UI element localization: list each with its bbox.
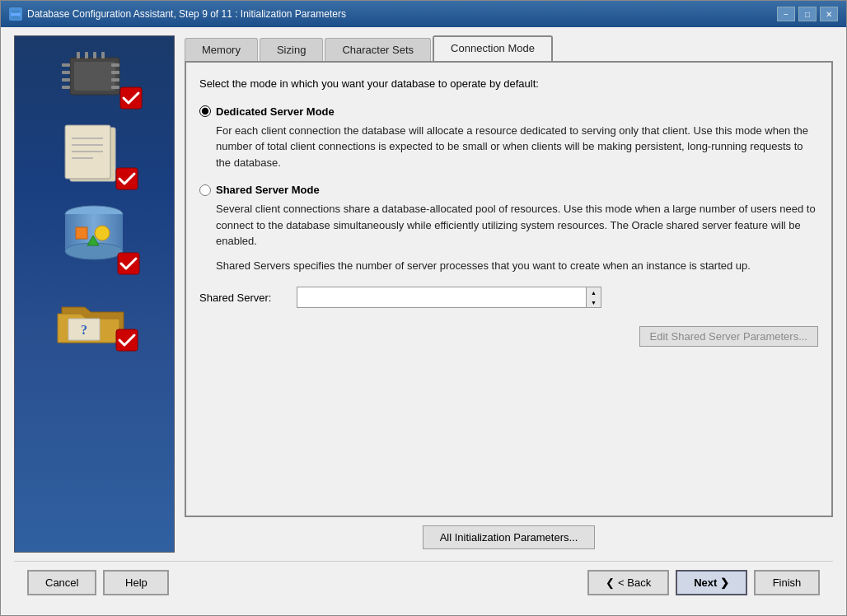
dedicated-desc: For each client connection the database …: [216, 123, 818, 171]
svg-rect-10: [111, 71, 119, 74]
svg-rect-5: [62, 63, 70, 67]
svg-point-33: [95, 226, 110, 240]
right-panel: Memory Sizing Character Sets Connection …: [185, 35, 833, 553]
spinner-up[interactable]: ▲: [587, 287, 601, 297]
title-bar-left: Database Configuration Assistant, Step 9…: [9, 7, 346, 21]
main-content: ? Memory Sizing Character Sets: [14, 35, 833, 553]
svg-rect-16: [101, 52, 105, 58]
checkmark-3: [116, 251, 141, 276]
svg-rect-13: [77, 52, 80, 58]
tab-character-sets[interactable]: Character Sets: [325, 38, 431, 61]
shared-radio-row: Shared Server Mode: [199, 184, 818, 196]
back-label: < Back: [618, 576, 651, 589]
window-controls: − □ ✕: [777, 7, 838, 21]
svg-rect-8: [62, 86, 70, 89]
minimize-button[interactable]: −: [777, 7, 795, 21]
maximize-button[interactable]: □: [798, 7, 817, 21]
next-arrow-icon: ❯: [720, 576, 729, 589]
back-arrow-icon: ❮: [606, 576, 615, 589]
left-panel: ?: [14, 35, 175, 553]
spinner-down[interactable]: ▼: [587, 297, 601, 307]
svg-rect-7: [62, 78, 70, 82]
dedicated-radio-row: Dedicated Server Mode: [199, 105, 818, 118]
dedicated-radio[interactable]: [199, 105, 211, 117]
svg-rect-4: [74, 62, 115, 91]
footer-right: ❮ < Back Next ❯ Finish: [587, 570, 820, 595]
shared-server-section: Shared Server Mode Several client connec…: [199, 184, 818, 347]
panel-item-docs: [23, 124, 166, 188]
panel-item-chip: [23, 51, 166, 107]
svg-point-1: [11, 10, 21, 13]
svg-rect-9: [111, 63, 119, 67]
svg-rect-11: [111, 78, 119, 82]
shared-radio[interactable]: [199, 184, 211, 196]
tab-content: Select the mode in which you want your d…: [185, 61, 833, 517]
svg-rect-14: [85, 52, 88, 58]
checkmark-1: [119, 86, 143, 110]
shared-label[interactable]: Shared Server Mode: [216, 184, 320, 196]
description-text: Select the mode in which you want your d…: [199, 76, 818, 92]
svg-text:?: ?: [81, 323, 87, 337]
help-button[interactable]: Help: [103, 570, 169, 595]
svg-rect-6: [62, 71, 70, 74]
shared-server-input[interactable]: [297, 287, 586, 307]
next-button[interactable]: Next ❯: [676, 570, 747, 595]
edit-shared-params-button[interactable]: Edit Shared Server Parameters...: [639, 326, 818, 347]
tab-sizing[interactable]: Sizing: [260, 38, 323, 61]
tab-memory[interactable]: Memory: [185, 38, 258, 61]
panel-item-db: [23, 204, 166, 273]
cancel-button[interactable]: Cancel: [27, 570, 96, 595]
app-icon: [9, 7, 22, 21]
close-button[interactable]: ✕: [820, 7, 838, 21]
shared-server-label: Shared Server:: [199, 292, 290, 304]
tab-connection-mode[interactable]: Connection Mode: [433, 35, 553, 61]
title-bar: Database Configuration Assistant, Step 9…: [1, 1, 846, 27]
bottom-section: All Initialization Parameters...: [185, 517, 833, 553]
svg-rect-15: [93, 52, 96, 58]
checkmark-2: [115, 166, 139, 191]
checkmark-4: [115, 328, 139, 352]
main-window: Database Configuration Assistant, Step 9…: [0, 0, 847, 616]
shared-server-input-wrapper: ▲ ▼: [297, 287, 601, 308]
spinner: ▲ ▼: [586, 287, 601, 307]
back-button[interactable]: ❮ < Back: [587, 570, 669, 595]
footer: Cancel Help ❮ < Back Next ❯ Finish: [14, 561, 833, 607]
window-title: Database Configuration Assistant, Step 9…: [27, 8, 346, 20]
dedicated-label[interactable]: Dedicated Server Mode: [216, 105, 335, 118]
next-label: Next: [694, 576, 717, 589]
window-body: ? Memory Sizing Character Sets: [1, 27, 846, 615]
all-init-params-button[interactable]: All Initialization Parameters...: [423, 525, 596, 549]
dedicated-server-section: Dedicated Server Mode For each client co…: [199, 105, 818, 171]
finish-button[interactable]: Finish: [754, 570, 820, 595]
tabs-row: Memory Sizing Character Sets Connection …: [185, 35, 833, 61]
shared-desc2: Shared Servers specifies the number of s…: [216, 258, 818, 274]
panel-item-folders: ?: [23, 289, 166, 349]
svg-point-2: [11, 16, 21, 19]
svg-rect-32: [76, 227, 87, 239]
shared-server-row: Shared Server: ▲ ▼: [199, 287, 818, 308]
footer-left: Cancel Help: [27, 570, 169, 595]
shared-desc1: Several client connections share a datab…: [216, 201, 818, 250]
